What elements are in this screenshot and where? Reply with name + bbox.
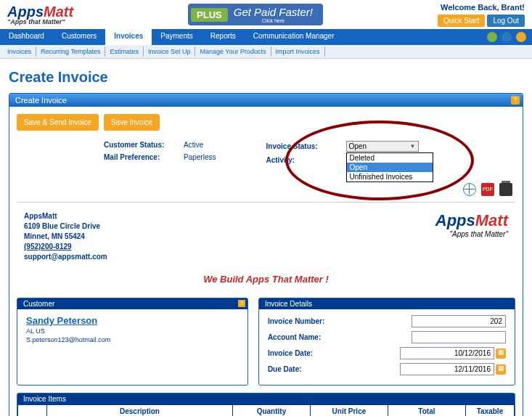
quick-start-button[interactable]: Quick Start bbox=[438, 15, 485, 27]
tab-communication[interactable]: Communication Manager bbox=[245, 29, 343, 45]
chevron-down-icon: ▼ bbox=[410, 143, 416, 150]
opt-deleted[interactable]: Deleted bbox=[347, 153, 433, 163]
slogan: We Build Apps That Matter ! bbox=[17, 274, 515, 285]
mail-pref-value: Paperless bbox=[184, 153, 216, 161]
gear-icon[interactable] bbox=[487, 32, 497, 42]
tab-payments[interactable]: Payments bbox=[152, 29, 201, 45]
panel-title: Create Invoice bbox=[15, 96, 67, 105]
customer-help-icon[interactable]: ? bbox=[238, 300, 245, 307]
customer-location: AL US bbox=[26, 327, 239, 335]
invoice-number-input[interactable] bbox=[412, 315, 506, 327]
sub-nav: Invoices Recurring Templates Estimates I… bbox=[0, 45, 532, 59]
invoice-details-panel: Invoice Details Invoice Number: Account … bbox=[258, 298, 515, 386]
subnav-setup[interactable]: Invoice Set Up bbox=[144, 46, 196, 57]
pdf-icon[interactable]: PDF bbox=[481, 183, 494, 196]
customer-name-link[interactable]: Sandy Peterson bbox=[26, 315, 97, 326]
invoice-date-input[interactable] bbox=[400, 347, 494, 359]
app-logo: AppsMatt "Apps that Matter" bbox=[7, 4, 73, 25]
invoice-status-select[interactable]: Open ▼ bbox=[346, 141, 419, 152]
logout-button[interactable]: Log Out bbox=[487, 15, 525, 27]
invoice-status-dropdown: Deleted Open Unfinished Invoices bbox=[346, 152, 433, 182]
customer-status-value: Active bbox=[184, 141, 203, 149]
activity-label: Activity: bbox=[266, 156, 346, 164]
due-date-input[interactable] bbox=[400, 363, 494, 375]
main-nav: Dashboard Customers Invoices Payments Re… bbox=[0, 29, 532, 45]
customer-email: S.peterson123@hotmail.com bbox=[26, 336, 239, 343]
plus-badge: PLUS bbox=[191, 8, 228, 22]
calendar-icon[interactable]: ▦ bbox=[496, 348, 506, 359]
user-icon[interactable] bbox=[502, 32, 512, 42]
col-unit-price: Unit Price bbox=[310, 405, 388, 417]
account-name-input[interactable] bbox=[412, 331, 506, 343]
tab-reports[interactable]: Reports bbox=[202, 29, 245, 45]
company-logo: AppsMatt "Apps that Matter" bbox=[435, 211, 508, 262]
panel-help-icon[interactable]: ? bbox=[511, 96, 520, 105]
company-phone[interactable]: (952)200-8129 bbox=[24, 242, 107, 252]
col-description: Description bbox=[47, 405, 233, 417]
subnav-invoices[interactable]: Invoices bbox=[3, 46, 36, 57]
save-button[interactable]: Save Invoice bbox=[104, 114, 160, 131]
subnav-recurring[interactable]: Recurring Templates bbox=[36, 46, 105, 57]
company-info: AppsMatt 6109 Blue Circle Drive Minnet, … bbox=[24, 211, 107, 262]
col-total: Total bbox=[388, 405, 465, 417]
print-icon[interactable] bbox=[499, 183, 512, 196]
subnav-import[interactable]: Import Invoices bbox=[271, 46, 325, 57]
tab-invoices[interactable]: Invoices bbox=[105, 29, 152, 45]
subnav-estimates[interactable]: Estimates bbox=[105, 46, 144, 57]
create-invoice-panel: Create Invoice ? Save & Send Invoice Sav… bbox=[9, 93, 523, 416]
save-send-button[interactable]: Save & Send Invoice bbox=[17, 114, 99, 131]
tab-customers[interactable]: Customers bbox=[53, 29, 105, 45]
mail-pref-label: Mail Preference: bbox=[104, 153, 184, 161]
page-title: Create Invoice bbox=[9, 69, 523, 86]
opt-open[interactable]: Open bbox=[347, 163, 433, 172]
tab-dashboard[interactable]: Dashboard bbox=[0, 29, 53, 45]
help-icon[interactable] bbox=[516, 32, 526, 42]
welcome-text: Welcome Back, Brant! bbox=[438, 3, 525, 12]
invoice-items-panel: Invoice Items Description Quantity Unit … bbox=[17, 393, 515, 416]
plus-banner[interactable]: PLUS Get Paid Faster! Click here bbox=[188, 4, 323, 25]
subnav-products[interactable]: Manage Your Products bbox=[195, 46, 271, 57]
opt-unfinished[interactable]: Unfinished Invoices bbox=[347, 172, 433, 182]
globe-icon[interactable] bbox=[463, 183, 476, 196]
customer-panel: Customer ? Sandy Peterson AL US S.peters… bbox=[17, 298, 248, 386]
invoice-status-label: Invoice Status: bbox=[266, 142, 346, 150]
customer-status-label: Customer Status: bbox=[104, 141, 184, 149]
col-quantity: Quantity bbox=[232, 405, 310, 417]
col-taxable: Taxable bbox=[465, 405, 514, 417]
calendar-icon[interactable]: ▦ bbox=[496, 364, 506, 375]
